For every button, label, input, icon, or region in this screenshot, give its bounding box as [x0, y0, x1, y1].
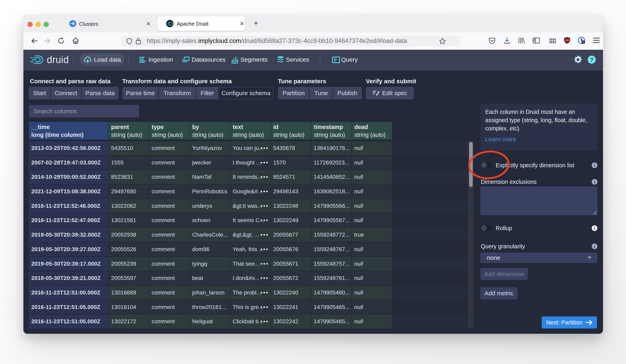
svg-text:UO: UO	[565, 39, 569, 42]
svg-text:?: ?	[590, 57, 593, 63]
